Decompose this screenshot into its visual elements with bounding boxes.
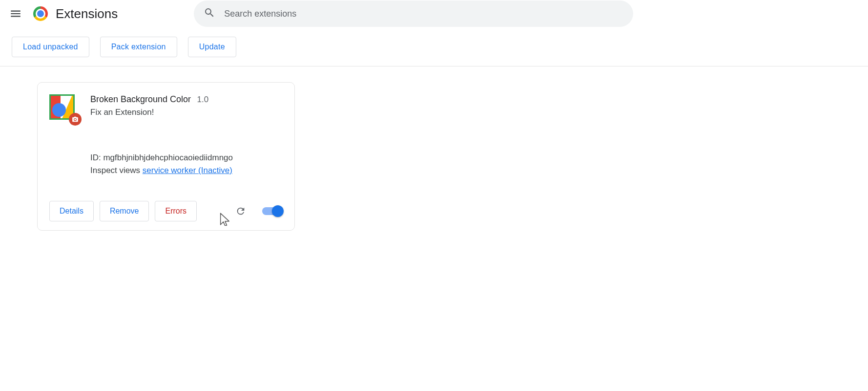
developer-action-bar: Load unpacked Pack extension Update	[0, 27, 868, 66]
camera-badge-icon	[69, 113, 82, 126]
cursor-icon	[218, 212, 232, 228]
remove-button[interactable]: Remove	[100, 201, 149, 221]
searchbar[interactable]	[194, 0, 633, 27]
load-unpacked-button[interactable]: Load unpacked	[12, 37, 89, 57]
service-worker-link[interactable]: service worker (Inactive)	[143, 166, 232, 175]
details-button[interactable]: Details	[49, 201, 94, 221]
extension-id-row: ID: mgfbhjnibhjdehcphiocaoiediidmngo	[90, 152, 283, 164]
pack-extension-button[interactable]: Pack extension	[100, 37, 177, 57]
extension-description: Fix an Extension!	[90, 108, 283, 117]
update-button[interactable]: Update	[188, 37, 236, 57]
extension-id-value: mgfbhjnibhjdehcphiocaoiediidmngo	[103, 153, 233, 162]
extension-card: Broken Background Color 1.0 Fix an Exten…	[37, 82, 295, 231]
inspect-views-row: Inspect views service worker (Inactive)	[90, 164, 283, 177]
search-icon	[204, 7, 215, 21]
enable-toggle[interactable]	[262, 207, 283, 215]
chrome-logo-icon	[33, 6, 48, 21]
extension-icon	[49, 94, 77, 122]
inspect-views-label: Inspect views	[90, 166, 143, 175]
extension-name: Broken Background Color	[90, 94, 191, 104]
extensions-list: Broken Background Color 1.0 Fix an Exten…	[0, 66, 868, 246]
errors-button[interactable]: Errors	[155, 201, 197, 221]
topbar: Extensions	[0, 0, 868, 27]
hamburger-menu-icon[interactable]	[6, 4, 25, 23]
reload-icon[interactable]	[231, 201, 250, 221]
extension-id-label: ID:	[90, 153, 103, 162]
search-input[interactable]	[224, 9, 623, 19]
page-title: Extensions	[56, 6, 118, 22]
extension-version: 1.0	[197, 95, 209, 104]
